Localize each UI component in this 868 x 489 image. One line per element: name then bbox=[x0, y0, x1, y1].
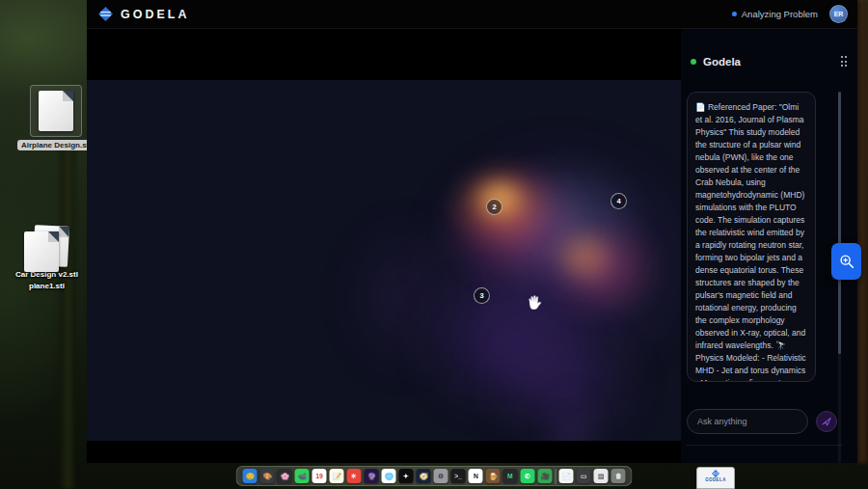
dock-icon-glyph: ✦ bbox=[403, 473, 409, 480]
annotation-marker[interactable]: 3 bbox=[474, 287, 490, 304]
dock-icon[interactable]: 🧭 bbox=[417, 469, 431, 483]
magnifier-plus-icon bbox=[838, 253, 855, 270]
file-label: Airplane Design.stl bbox=[17, 140, 95, 150]
hand-cursor: 🖐 bbox=[527, 295, 542, 310]
dock-icon-glyph: 🎨 bbox=[263, 473, 271, 480]
desktop-icon-car-design[interactable]: Car Design v2.stl plane1.stl bbox=[15, 231, 78, 290]
dock-icon[interactable]: ⚙ bbox=[434, 469, 448, 483]
chat-panel-title: Godela bbox=[703, 56, 741, 68]
online-status-icon bbox=[691, 59, 696, 65]
dock-icon[interactable] bbox=[556, 469, 556, 484]
dock-icon[interactable]: 19 bbox=[312, 469, 327, 483]
chat-input[interactable] bbox=[687, 409, 808, 434]
dock-icon[interactable]: 🎥 bbox=[538, 469, 553, 483]
analysis-status: Analyzing Problem bbox=[732, 9, 818, 19]
dock-icon-glyph: 🙂 bbox=[246, 473, 254, 480]
dock-icon[interactable]: N bbox=[469, 469, 483, 483]
wallpaper-tree-trunk bbox=[60, 145, 75, 489]
assistant-message: 📄 Referenced Paper: "Olmi et al. 2016, J… bbox=[687, 92, 816, 382]
stl-file-icon bbox=[24, 231, 59, 272]
dock-icon-glyph: 🧭 bbox=[420, 473, 427, 480]
desktop: Airplane Design.stl Car Design v2.stl pl… bbox=[0, 0, 868, 489]
stl-file-icon bbox=[39, 91, 73, 131]
dock-icon-glyph: 🗑 bbox=[615, 473, 622, 480]
stl-file-stack bbox=[24, 231, 68, 270]
dock-icon[interactable]: ▭ bbox=[577, 469, 591, 483]
dock-icon-glyph: N bbox=[474, 473, 478, 480]
dock-icon[interactable]: 🌐 bbox=[382, 469, 396, 483]
dock-icon[interactable]: M bbox=[503, 469, 518, 483]
dock-icon-glyph: >_ bbox=[454, 473, 462, 480]
annotation-marker[interactable]: 4 bbox=[610, 193, 627, 209]
godela-logo-icon bbox=[98, 7, 113, 21]
dock-icon-glyph: 📄 bbox=[562, 473, 570, 480]
send-button[interactable] bbox=[816, 411, 837, 432]
nebula-orange-spot bbox=[538, 215, 631, 298]
chat-panel: Godela 📄 Referenced Paper: "Olmi et al. … bbox=[681, 29, 857, 463]
zoom-in-button[interactable] bbox=[831, 243, 861, 280]
app-topbar: GODELA Analyzing Problem ER bbox=[87, 0, 857, 29]
dock-icon-glyph: ▤ bbox=[598, 473, 604, 480]
dock-icon-glyph: 🌸 bbox=[281, 473, 288, 480]
dock-icon[interactable]: ✆ bbox=[521, 469, 535, 483]
dock-icon-glyph: 📹 bbox=[298, 473, 306, 480]
file-label: plane1.stl bbox=[29, 282, 65, 290]
dock-icon-glyph: ✆ bbox=[525, 473, 530, 480]
brand-name: GODELA bbox=[121, 8, 189, 21]
dock-icon[interactable]: 📄 bbox=[559, 469, 574, 483]
mini-window-brand: GODELA bbox=[705, 477, 726, 482]
brand-logo[interactable]: GODELA bbox=[98, 7, 189, 21]
dock-icon[interactable]: 🗑 bbox=[611, 469, 626, 483]
panel-scrollbar-thumb[interactable] bbox=[838, 92, 841, 354]
chat-input-row bbox=[687, 409, 851, 434]
dock-icon[interactable]: 📝 bbox=[330, 469, 344, 483]
dock-icon-glyph: 📝 bbox=[333, 473, 340, 480]
file-selection-box bbox=[30, 85, 82, 137]
dock-icon-glyph: M bbox=[507, 473, 513, 480]
dock-icon[interactable]: 🍺 bbox=[486, 469, 501, 483]
godela-app-window: GODELA Analyzing Problem ER bbox=[87, 0, 857, 463]
dock-icon[interactable]: >_ bbox=[451, 469, 466, 483]
dock-icon[interactable]: ▤ bbox=[594, 469, 609, 483]
dock-icon[interactable]: ✦ bbox=[399, 469, 414, 483]
dock-icon-glyph: ⚙ bbox=[438, 473, 444, 480]
user-avatar[interactable]: ER bbox=[829, 5, 848, 23]
dock-icon[interactable]: 🙂 bbox=[243, 469, 258, 483]
dock-icon-glyph: ▭ bbox=[581, 473, 586, 480]
dock: 🙂 🎨 🌸 📹 19 📝 ✳ 🔮 🌐 ✦ 🧭 ⚙ bbox=[236, 466, 633, 486]
desktop-icon-airplane-design[interactable]: Airplane Design.stl bbox=[17, 85, 95, 150]
dock-icon-glyph: ✳ bbox=[351, 473, 357, 480]
drag-handle-icon[interactable] bbox=[841, 56, 849, 68]
dock-icon-glyph: 🌐 bbox=[385, 473, 393, 480]
dock-icon[interactable]: 🎨 bbox=[260, 469, 275, 483]
dock-icon[interactable]: ✳ bbox=[347, 469, 362, 483]
paper-plane-icon bbox=[821, 416, 832, 427]
dock-icon[interactable]: 📹 bbox=[295, 469, 310, 483]
chat-panel-header: Godela bbox=[691, 56, 848, 68]
simulation-viewport[interactable]: 234 🖐 bbox=[87, 80, 681, 441]
annotation-marker[interactable]: 2 bbox=[486, 199, 502, 215]
status-dot-icon bbox=[732, 12, 737, 16]
assistant-message-text: 📄 Referenced Paper: "Olmi et al. 2016, J… bbox=[695, 101, 807, 382]
godela-mini-window[interactable]: GODELA bbox=[696, 467, 735, 489]
dock-icon-glyph: 🍺 bbox=[489, 473, 497, 480]
status-text: Analyzing Problem bbox=[742, 9, 818, 19]
dock-icon-glyph: 🔮 bbox=[367, 473, 375, 480]
godela-logo-icon bbox=[712, 470, 719, 477]
topbar-right: Analyzing Problem ER bbox=[732, 5, 848, 23]
dock-icon[interactable]: 🌸 bbox=[278, 469, 292, 483]
dock-icon-glyph: 🎥 bbox=[541, 473, 549, 480]
nebula-yellow-core bbox=[458, 165, 541, 232]
panel-divider bbox=[686, 445, 842, 446]
dock-icon[interactable]: 🔮 bbox=[365, 469, 379, 483]
dock-icon-glyph: 19 bbox=[315, 473, 323, 480]
